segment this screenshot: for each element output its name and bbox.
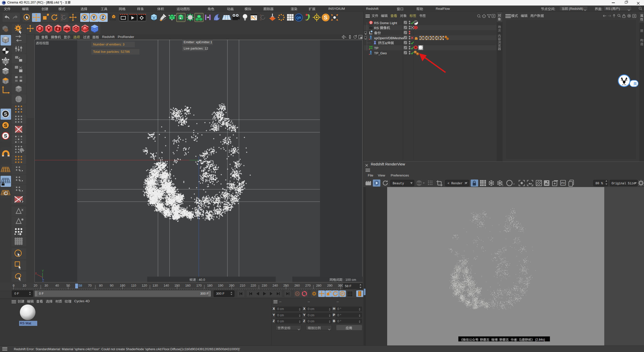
svg-text:Y: Y bbox=[93, 15, 95, 20]
svg-text:Beauty: Beauty bbox=[393, 182, 404, 185]
svg-text:230: 230 bbox=[262, 284, 267, 287]
svg-text:110: 110 bbox=[131, 284, 136, 287]
svg-text:58: 58 bbox=[78, 284, 82, 287]
svg-text:a: a bbox=[369, 53, 370, 55]
svg-text:S: S bbox=[4, 111, 7, 117]
svg-text:190: 190 bbox=[218, 284, 223, 287]
svg-text:QR: QR bbox=[296, 16, 301, 20]
svg-text:30: 30 bbox=[45, 284, 48, 287]
svg-text:70: 70 bbox=[88, 284, 92, 287]
svg-text:280: 280 bbox=[316, 284, 321, 287]
svg-text:< Render >: < Render > bbox=[448, 182, 466, 185]
svg-text:120: 120 bbox=[142, 284, 147, 287]
svg-text:PV: PV bbox=[561, 182, 565, 185]
svg-text:Original Size: Original Size bbox=[612, 182, 635, 185]
svg-text:S: S bbox=[4, 123, 7, 128]
svg-text:X: X bbox=[35, 272, 37, 275]
svg-text:40: 40 bbox=[55, 284, 59, 287]
svg-text:220: 220 bbox=[251, 284, 256, 287]
svg-text:20: 20 bbox=[34, 284, 37, 287]
svg-text:80 %: 80 % bbox=[595, 182, 603, 185]
svg-text:Z: Z bbox=[102, 15, 104, 20]
svg-text:90: 90 bbox=[110, 284, 113, 287]
svg-text:260: 260 bbox=[294, 284, 300, 287]
svg-text:a: a bbox=[369, 38, 370, 40]
svg-text:S: S bbox=[324, 14, 328, 21]
svg-text:160: 160 bbox=[185, 284, 191, 287]
svg-text:80: 80 bbox=[99, 284, 103, 287]
svg-text:S: S bbox=[4, 133, 7, 139]
svg-text:210: 210 bbox=[240, 284, 245, 287]
svg-text:240: 240 bbox=[272, 284, 278, 287]
svg-text:140: 140 bbox=[164, 284, 169, 287]
svg-text:a: a bbox=[369, 48, 370, 50]
svg-text:P: P bbox=[341, 292, 344, 296]
svg-text:G: G bbox=[502, 184, 503, 187]
svg-text:180: 180 bbox=[207, 284, 213, 287]
svg-text:Y: Y bbox=[42, 269, 44, 273]
svg-text:290: 290 bbox=[327, 284, 333, 287]
svg-text:X: X bbox=[83, 15, 86, 20]
svg-text:RGB: RGB bbox=[417, 182, 422, 185]
svg-text:130: 130 bbox=[152, 284, 158, 287]
svg-text:270: 270 bbox=[305, 284, 311, 287]
svg-text:170: 170 bbox=[196, 284, 202, 287]
svg-text:10: 10 bbox=[23, 284, 26, 287]
